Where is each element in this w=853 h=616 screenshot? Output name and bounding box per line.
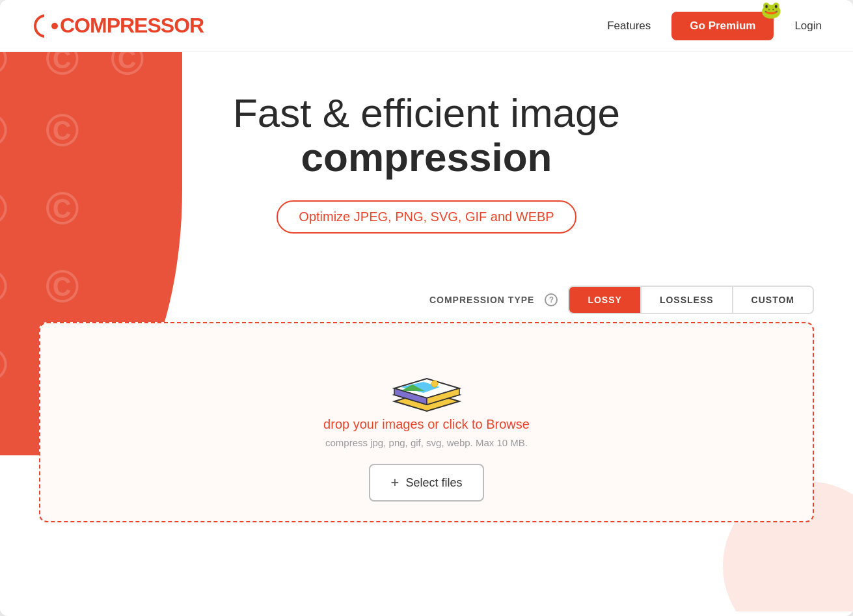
login-link[interactable]: Login	[794, 20, 822, 33]
deco-mark-2: ©	[46, 52, 79, 85]
hero-title: Fast & efficient image compression	[0, 91, 853, 180]
logo: COMPRESSOR	[31, 12, 204, 40]
type-btn-lossy[interactable]: LOSSY	[569, 287, 641, 313]
frog-icon: 🐸	[761, 0, 781, 20]
compression-bar: COMPRESSION TYPE ? LOSSY LOSSLESS CUSTOM	[0, 286, 853, 314]
nav-links: Features Go Premium 🐸 Login	[607, 12, 822, 40]
navbar: COMPRESSOR Features Go Premium 🐸 Login	[0, 0, 853, 52]
dropzone[interactable]: drop your images or click to Browse comp…	[39, 322, 814, 522]
plus-icon: +	[391, 474, 399, 491]
compression-type-buttons: LOSSY LOSSLESS CUSTOM	[568, 286, 814, 314]
logo-icon	[31, 12, 60, 40]
drop-text: drop your images or click to Browse	[323, 417, 530, 432]
deco-mark-1: ©	[0, 52, 8, 85]
type-btn-custom[interactable]: CUSTOM	[733, 287, 813, 313]
svg-point-7	[431, 381, 438, 387]
deco-mark-10: ©	[0, 338, 8, 390]
compression-label: COMPRESSION TYPE	[429, 295, 534, 305]
drop-subtext: compress jpg, png, gif, svg, webp. Max 1…	[325, 437, 528, 448]
help-icon[interactable]: ?	[545, 293, 558, 306]
hero-subtitle: Optimize JPEG, PNG, SVG, GIF and WEBP	[277, 200, 576, 234]
select-files-button[interactable]: + Select files	[369, 464, 485, 502]
features-link[interactable]: Features	[607, 20, 651, 33]
logo-text: COMPRESSOR	[60, 14, 204, 38]
hero-section: © © © © © © © © © © Fast & efficient ima…	[0, 52, 853, 611]
svg-point-1	[51, 23, 58, 29]
type-btn-lossless[interactable]: LOSSLESS	[642, 287, 733, 313]
hero-content: Fast & efficient image compression Optim…	[0, 91, 853, 234]
premium-button[interactable]: Go Premium 🐸	[671, 12, 774, 40]
image-icon	[388, 349, 466, 417]
deco-mark-3: ©	[111, 52, 144, 85]
